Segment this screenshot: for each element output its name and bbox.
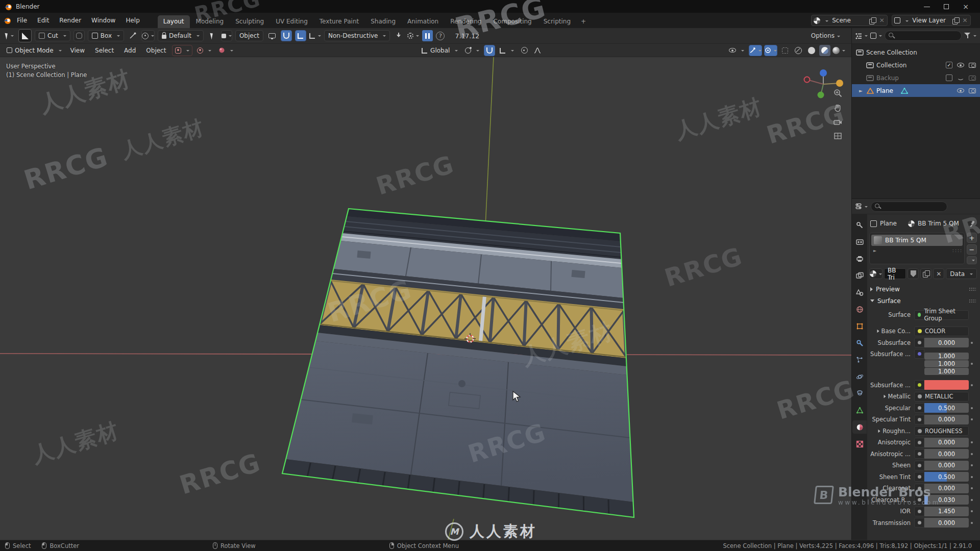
clearcoat-roughness-slider[interactable]: 0.030 xyxy=(924,495,969,505)
drag-grip-icon[interactable] xyxy=(969,287,976,291)
decorator-dot[interactable] xyxy=(969,441,975,443)
radius-y-slider[interactable]: 1.000 xyxy=(924,360,969,367)
data-link-dropdown[interactable]: Data xyxy=(946,268,977,279)
material-slot-item[interactable]: BB Trim 5 QM xyxy=(871,235,963,246)
socket-button[interactable] xyxy=(914,495,924,505)
material-slot-list[interactable]: BB Trim 5 QM ►:::: xyxy=(869,233,965,264)
roughness-node-button[interactable]: ROUGHNESS xyxy=(914,426,969,436)
tab-scripting[interactable]: Scripting xyxy=(538,15,576,28)
display-settings-icon[interactable] xyxy=(266,30,278,41)
specular-tint-slider[interactable]: 0.000 xyxy=(924,415,969,424)
addon-sphere-dropdown[interactable] xyxy=(216,45,236,56)
decorator-dot[interactable] xyxy=(969,464,975,466)
select-cursor-icon[interactable] xyxy=(207,30,218,41)
tab-physics[interactable] xyxy=(852,370,867,383)
shading-solid-button[interactable] xyxy=(806,45,817,56)
gizmo-active-axis[interactable] xyxy=(836,80,843,87)
decorator-dot[interactable] xyxy=(969,510,975,512)
unlink-scene-icon[interactable]: ✕ xyxy=(878,17,885,24)
socket-button[interactable] xyxy=(914,380,924,390)
add-slot-button[interactable]: + xyxy=(967,233,977,243)
clearcoat-slider[interactable]: 0.000 xyxy=(924,484,969,493)
sheen-tint-slider[interactable]: 0.500 xyxy=(924,472,969,482)
expand-arrow-icon[interactable]: ► xyxy=(859,88,864,93)
tab-object-data[interactable] xyxy=(852,404,867,417)
shading-wireframe-button[interactable] xyxy=(793,45,804,56)
options-dropdown[interactable]: Options xyxy=(811,32,840,39)
pan-hand-icon[interactable] xyxy=(834,104,842,114)
tab-modifiers[interactable] xyxy=(852,336,867,349)
mode-dropdown[interactable]: Object Mode xyxy=(4,45,64,56)
decorator-dot[interactable] xyxy=(969,522,975,524)
metallic-node-button[interactable]: METALLIC xyxy=(914,392,969,402)
boxcutter-tool-button[interactable] xyxy=(18,29,32,42)
tool-category-dropdown[interactable] xyxy=(4,30,15,41)
new-scene-icon[interactable] xyxy=(869,17,876,24)
tab-constraints[interactable] xyxy=(852,387,867,400)
pin-icon[interactable] xyxy=(969,220,976,227)
tab-sculpting[interactable]: Sculpting xyxy=(230,15,270,28)
behavior-dropdown[interactable]: Default xyxy=(158,30,204,41)
backup-render-camera-icon[interactable] xyxy=(969,76,976,81)
object-scope-widget[interactable]: Object xyxy=(235,30,263,41)
minimize-button[interactable] xyxy=(924,4,930,10)
snap-magnet-toggle[interactable] xyxy=(281,30,292,41)
show-object-types-dropdown[interactable] xyxy=(726,45,747,56)
shape-dropdown[interactable]: Box xyxy=(88,30,124,41)
maximize-button[interactable] xyxy=(943,4,949,10)
snap-grid-toggle[interactable] xyxy=(295,30,306,41)
shading-material-preview-button[interactable] xyxy=(819,45,830,56)
orientation-icon-dropdown[interactable] xyxy=(221,30,232,41)
preview-section-header[interactable]: Preview xyxy=(869,283,977,295)
drag-grip-icon[interactable] xyxy=(969,299,976,303)
zoom-icon[interactable] xyxy=(834,89,842,99)
socket-button[interactable] xyxy=(914,518,924,528)
tab-material[interactable] xyxy=(852,420,867,434)
snap-with-dropdown[interactable] xyxy=(497,45,517,56)
collection-visibility-eye-icon[interactable] xyxy=(957,63,964,67)
outliner-editor-type-dropdown[interactable] xyxy=(855,30,868,41)
tab-object[interactable] xyxy=(852,319,867,333)
tab-scene[interactable] xyxy=(852,286,867,299)
tab-layout[interactable]: Layout xyxy=(158,15,190,28)
perspective-toggle-icon[interactable] xyxy=(834,132,842,141)
outliner-display-mode-dropdown[interactable] xyxy=(870,30,882,41)
decorator-dot[interactable] xyxy=(969,384,975,386)
tab-texture-paint[interactable]: Texture Paint xyxy=(314,15,364,28)
gizmo-arrow-icon[interactable] xyxy=(127,30,138,41)
tab-compositing[interactable]: Compositing xyxy=(487,15,537,28)
menu-render[interactable]: Render xyxy=(55,15,86,26)
tab-tool[interactable] xyxy=(852,218,867,232)
add-workspace-button[interactable]: + xyxy=(577,15,590,28)
camera-view-icon[interactable] xyxy=(834,118,842,128)
pivot-point-dropdown[interactable] xyxy=(462,45,482,56)
gizmo-y-axis[interactable] xyxy=(818,92,824,98)
transmission-slider[interactable]: 0.000 xyxy=(924,518,969,528)
radius-x-slider[interactable]: 1.000 xyxy=(924,353,969,360)
specular-slider[interactable]: 0.500 xyxy=(924,403,969,413)
decorator-dot[interactable] xyxy=(969,342,975,344)
settings-gear-dropdown[interactable] xyxy=(407,30,419,41)
export-icon[interactable] xyxy=(393,30,404,41)
gizmo-x-axis[interactable] xyxy=(804,77,810,83)
outliner-row-scene-collection[interactable]: Scene Collection xyxy=(852,46,980,59)
socket-button[interactable] xyxy=(914,349,924,359)
outliner-filter-dropdown[interactable] xyxy=(964,30,976,41)
outliner-search-input[interactable] xyxy=(885,31,962,41)
plane-visibility-eye-icon[interactable] xyxy=(957,88,964,93)
view-layer-selector[interactable]: View Layer ✕ xyxy=(892,15,971,26)
menu-object[interactable]: Object xyxy=(142,45,170,56)
socket-button[interactable] xyxy=(914,449,924,459)
decorator-dot[interactable] xyxy=(969,418,975,420)
remove-view-layer-icon[interactable]: ✕ xyxy=(962,17,968,24)
menu-window[interactable]: Window xyxy=(87,15,120,26)
decorator-dot[interactable] xyxy=(969,476,975,478)
tab-world[interactable] xyxy=(852,303,867,316)
proportional-editing-icon[interactable] xyxy=(519,45,530,56)
socket-button[interactable] xyxy=(914,403,924,413)
anisotropic-rotation-slider[interactable]: 0.000 xyxy=(924,449,969,459)
material-name-field[interactable]: BB Tri xyxy=(884,268,906,279)
collection-checkbox[interactable]: ✓ xyxy=(946,62,952,68)
cut-mode-dropdown[interactable]: Cut xyxy=(35,30,70,41)
decorator-dot[interactable] xyxy=(969,407,975,409)
